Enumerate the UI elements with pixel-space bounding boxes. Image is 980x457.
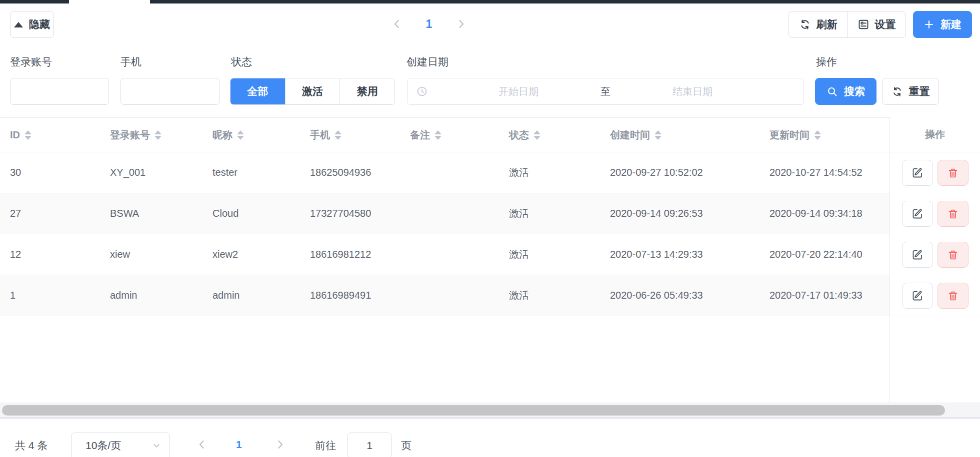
reset-button[interactable]: 重置: [882, 78, 939, 105]
page-size-value: 10条/页: [86, 439, 121, 453]
column-header-id[interactable]: ID: [10, 118, 32, 152]
edit-icon: [912, 249, 924, 261]
top-edge-strip: [0, 0, 69, 3]
delete-icon: [947, 290, 959, 302]
sort-caret-icon: [24, 130, 32, 140]
table-row: 1 admin admin 18616989491 激活 2020-06-26 …: [0, 275, 980, 316]
horizontal-scrollbar-thumb[interactable]: [2, 405, 945, 416]
cell-account: xiew: [110, 234, 130, 275]
date-range-separator: 至: [600, 85, 610, 98]
delete-button[interactable]: [938, 283, 968, 309]
edit-button[interactable]: [902, 160, 933, 186]
sort-caret-icon: [237, 130, 244, 140]
table-row: 30 XY_001 tester 18625094936 激活 2020-09-…: [0, 152, 980, 193]
chevron-right-icon[interactable]: [455, 18, 467, 30]
cell-status: 激活: [509, 234, 529, 275]
page-size-select[interactable]: 10条/页: [71, 433, 170, 457]
edit-button[interactable]: [902, 283, 933, 309]
hide-filters-button[interactable]: 隐藏: [10, 11, 54, 38]
chevron-left-icon[interactable]: [196, 439, 208, 451]
chevron-left-icon[interactable]: [391, 18, 403, 30]
status-option-disabled[interactable]: 禁用: [340, 78, 394, 104]
cell-account: BSWA: [110, 193, 139, 234]
cell-id: 1: [10, 275, 16, 316]
table-row: 27 BSWA Cloud 17327704580 激活 2020-09-14 …: [0, 193, 980, 234]
settings-label: 设置: [875, 17, 896, 31]
row-actions: [890, 193, 980, 234]
top-edge-strip: [150, 0, 980, 3]
create-label: 新建: [940, 17, 962, 31]
cell-id: 12: [10, 234, 21, 275]
status-option-active[interactable]: 激活: [285, 78, 340, 104]
sort-caret-icon: [814, 130, 821, 140]
search-icon: [826, 86, 838, 97]
cell-id: 30: [10, 152, 21, 193]
cell-updated: 2020-07-20 22:14:40: [770, 234, 862, 275]
refresh-button[interactable]: 刷新: [789, 11, 847, 37]
chevron-down-icon: [152, 441, 162, 451]
sort-caret-icon: [334, 130, 342, 140]
delete-button[interactable]: [938, 242, 968, 268]
search-button[interactable]: 搜索: [815, 78, 876, 105]
settings-button[interactable]: 设置: [847, 11, 906, 37]
search-label: 搜索: [844, 84, 865, 98]
clock-icon: [408, 85, 436, 97]
chevron-right-icon[interactable]: [274, 439, 286, 451]
edit-button[interactable]: [902, 201, 933, 227]
cell-nickname: Cloud: [212, 193, 238, 234]
filter-actions-label: 操作: [816, 55, 837, 69]
delete-button[interactable]: [938, 160, 968, 186]
create-button[interactable]: 新建: [913, 11, 972, 38]
login-account-input[interactable]: [10, 78, 109, 105]
refresh-icon: [799, 18, 811, 30]
column-header-remark[interactable]: 备注: [410, 118, 442, 152]
table-header-row: ID 登录账号 昵称 手机 备注 状态 创建时间 更新时间: [0, 117, 980, 152]
date-start-placeholder[interactable]: 开始日期: [436, 85, 600, 98]
sort-caret-icon: [434, 130, 442, 140]
column-header-nickname[interactable]: 昵称: [212, 118, 244, 152]
status-button-group: 全部 激活 禁用: [230, 78, 395, 105]
date-end-placeholder[interactable]: 结束日期: [610, 85, 774, 98]
column-header-created[interactable]: 创建时间: [610, 118, 662, 152]
cell-updated: 2020-09-14 09:34:18: [770, 193, 862, 234]
footer-current-page[interactable]: 1: [236, 439, 242, 451]
row-actions: [890, 234, 980, 275]
goto-page-input[interactable]: [348, 433, 392, 457]
cell-status: 激活: [509, 275, 529, 316]
edit-icon: [912, 290, 924, 302]
status-option-all[interactable]: 全部: [230, 78, 285, 104]
row-actions: [890, 275, 980, 316]
phone-input[interactable]: [120, 78, 220, 105]
column-header-status[interactable]: 状态: [509, 118, 540, 152]
delete-icon: [947, 249, 959, 261]
date-range-picker[interactable]: 开始日期 至 结束日期: [407, 78, 804, 105]
edit-icon: [912, 167, 924, 179]
login-filter-label: 登录账号: [10, 55, 52, 69]
refresh-label: 刷新: [816, 17, 838, 31]
edit-button[interactable]: [902, 242, 933, 268]
hide-filters-label: 隐藏: [29, 17, 50, 31]
fixed-action-column: 操作: [890, 117, 980, 403]
page-unit-label: 页: [401, 439, 412, 453]
sort-caret-icon: [154, 130, 162, 140]
top-current-page[interactable]: 1: [426, 17, 432, 31]
cell-phone: 18616989491: [310, 275, 371, 316]
column-header-actions: 操作: [890, 117, 980, 152]
cell-account: admin: [110, 275, 137, 316]
delete-button[interactable]: [938, 201, 968, 227]
cell-created: 2020-06-26 05:49:33: [610, 275, 703, 316]
column-header-account[interactable]: 登录账号: [110, 118, 162, 152]
cell-nickname: admin: [212, 275, 240, 316]
delete-icon: [947, 208, 959, 220]
cell-phone: 17327704580: [310, 193, 371, 234]
column-header-phone[interactable]: 手机: [310, 118, 342, 152]
cell-account: XY_001: [110, 152, 146, 193]
date-filter-label: 创建日期: [406, 55, 448, 69]
caret-up-icon: [14, 22, 23, 27]
edit-icon: [912, 208, 924, 220]
cell-created: 2020-09-14 09:26:53: [610, 193, 703, 234]
sort-caret-icon: [654, 130, 662, 140]
column-header-updated[interactable]: 更新时间: [770, 118, 821, 152]
cell-phone: 18616981212: [310, 234, 371, 275]
cell-updated: 2020-10-27 14:54:52: [770, 152, 862, 193]
